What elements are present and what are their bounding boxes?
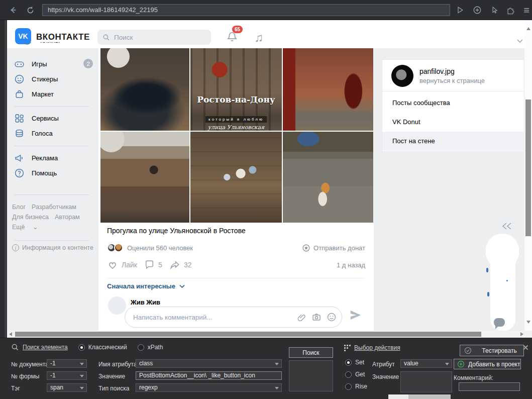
radio-set[interactable] <box>345 359 352 366</box>
bag-icon <box>14 89 25 99</box>
chat-bubble-icon[interactable] <box>494 318 505 327</box>
heart-icon <box>107 259 118 270</box>
radio-xpath[interactable] <box>138 344 144 351</box>
menu-item-community-posts[interactable]: Посты сообщества <box>382 93 524 113</box>
green-plus-icon <box>457 360 465 368</box>
scroll-up-arrow[interactable] <box>526 27 530 30</box>
link-developers[interactable]: Разработчикам <box>32 204 76 211</box>
horizontal-scroll-thumb[interactable] <box>15 332 481 337</box>
vertical-scroll-thumb[interactable] <box>525 99 531 236</box>
comment-input[interactable] <box>133 314 297 321</box>
comments-sort-dropdown[interactable]: Сначала интересные <box>107 282 185 290</box>
link-authors[interactable]: Авторам <box>55 214 80 221</box>
post-photo-old-house[interactable] <box>100 132 189 223</box>
panel-scroll-thumb[interactable] <box>408 394 451 399</box>
form-number-select[interactable]: -1 <box>47 371 87 380</box>
action-select-link[interactable]: Выбор действия <box>354 344 400 351</box>
comment-button[interactable]: 5 <box>144 259 162 270</box>
profile-name[interactable]: panfilov.jpg <box>419 67 455 75</box>
attach-icon[interactable] <box>297 313 306 322</box>
menu-icon[interactable]: ≡ <box>520 4 532 16</box>
like-button[interactable]: Лайк <box>107 259 137 270</box>
post-photo-courtyard[interactable] <box>190 132 282 223</box>
post-photo-cat[interactable] <box>283 132 373 223</box>
play-icon[interactable] <box>454 4 466 16</box>
close-icon[interactable]: ✕ <box>522 343 529 352</box>
radio-classic[interactable] <box>78 344 85 351</box>
action-value-textarea[interactable] <box>400 371 452 392</box>
commenter-avatar[interactable] <box>108 296 126 315</box>
search-input[interactable]: Поиск <box>97 30 211 45</box>
widget-detail <box>486 268 488 272</box>
profile-menu-chevron[interactable] <box>517 36 523 45</box>
link-business[interactable]: Для бизнеса <box>12 214 49 221</box>
divider <box>382 91 524 91</box>
link-more[interactable]: Ещё ⌄ <box>12 224 38 231</box>
add-to-project-button[interactable]: Добавить в проект <box>454 359 521 369</box>
menu-item-wall-post[interactable]: Пост на стене <box>382 132 524 151</box>
divider <box>14 194 89 195</box>
menu-item-vk-donut[interactable]: VK Donut <box>382 113 524 132</box>
liker-avatar[interactable] <box>114 243 123 252</box>
send-donate-button[interactable]: Отправить донат <box>302 244 365 252</box>
sidebar-item-votes[interactable]: Голоса <box>14 126 53 141</box>
search-element-link[interactable]: Поиск элемента <box>23 344 68 351</box>
tag-select[interactable]: span <box>47 383 87 392</box>
photo-camera-icon[interactable] <box>311 312 322 322</box>
doc-number-select[interactable]: -1 <box>47 359 87 368</box>
post-actions: Лайк 5 32 1 д назад <box>107 259 365 272</box>
post-photo-motorcycle[interactable] <box>100 48 189 131</box>
commenter-name[interactable]: Жив Жив <box>131 298 160 306</box>
url-bar[interactable]: https://vk.com/wall-186149242_22195 <box>42 4 450 16</box>
scroll-left-arrow[interactable] <box>9 332 12 336</box>
sidebar-item-stickers[interactable]: Стикеры <box>14 71 58 86</box>
value-label: Значение <box>98 373 125 380</box>
sidebar-item-help[interactable]: Помощь <box>14 165 57 180</box>
sidebar-item-ads[interactable]: Реклама <box>14 150 58 165</box>
sidebar-item-clips-clipped[interactable]: Клипы <box>22 42 82 48</box>
comment-bubble-icon <box>144 259 155 270</box>
plus-circle-icon[interactable] <box>471 4 483 16</box>
sidebar-item-services[interactable]: Сервисы <box>14 111 59 126</box>
post-photo-brick-building[interactable] <box>283 48 373 131</box>
send-comment-icon[interactable] <box>350 310 362 323</box>
value-input[interactable]: PostBottomAction__icon\ _like_button_ico… <box>136 371 282 380</box>
link-blog[interactable]: Блог <box>12 204 26 211</box>
profile-avatar[interactable] <box>391 65 413 87</box>
test-button[interactable]: Тестировать <box>460 345 524 356</box>
vk-wordmark[interactable]: ВКОНТАКТЕ <box>36 32 90 42</box>
post-timestamp: 1 д назад <box>337 261 365 269</box>
search-placeholder: Поиск <box>114 34 133 41</box>
divider <box>14 146 89 146</box>
horizontal-scrollbar[interactable] <box>7 331 532 338</box>
emoji-icon[interactable] <box>327 312 337 322</box>
back-icon[interactable] <box>7 4 19 16</box>
scroll-right-arrow[interactable] <box>520 332 523 336</box>
music-icon[interactable]: ♫ <box>254 31 263 45</box>
radio-rise[interactable] <box>345 383 352 390</box>
likes-count-text[interactable]: Оценили 560 человек <box>127 244 193 252</box>
reload-icon[interactable] <box>24 4 36 16</box>
search-results-box[interactable] <box>289 360 333 391</box>
share-button[interactable]: 32 <box>169 259 192 270</box>
browser-toolbar: https://vk.com/wall-186149242_22195 ≡ <box>0 0 532 20</box>
attribute-select[interactable]: value <box>400 359 452 368</box>
content-info-link[interactable]: i Информация о контенте <box>12 244 93 251</box>
sidebar-item-market[interactable]: Маркет <box>14 86 54 102</box>
collapse-chevrons-icon[interactable] <box>501 223 512 232</box>
sidebar-item-games[interactable]: Игры <box>14 56 47 71</box>
search-button[interactable]: Поиск <box>289 347 333 358</box>
scroll-down-arrow[interactable] <box>526 321 530 324</box>
services-grid-icon <box>14 113 25 124</box>
puzzle-icon[interactable] <box>504 4 516 16</box>
search-type-select[interactable]: regexp <box>136 383 282 392</box>
panel-comment-input[interactable] <box>459 382 520 391</box>
vertical-scrollbar[interactable] <box>524 20 532 331</box>
radio-get[interactable] <box>345 371 352 378</box>
back-to-page-link[interactable]: вернуться к странице <box>419 77 485 84</box>
cursor-icon[interactable] <box>488 4 500 16</box>
widget-detail <box>506 280 508 281</box>
panel-scrollbar[interactable] <box>388 394 451 399</box>
attr-name-select[interactable]: class <box>136 359 282 368</box>
post-photo-rostov-sign[interactable]: Ростов-на-Дону который я люблю улица Уль… <box>190 48 282 131</box>
